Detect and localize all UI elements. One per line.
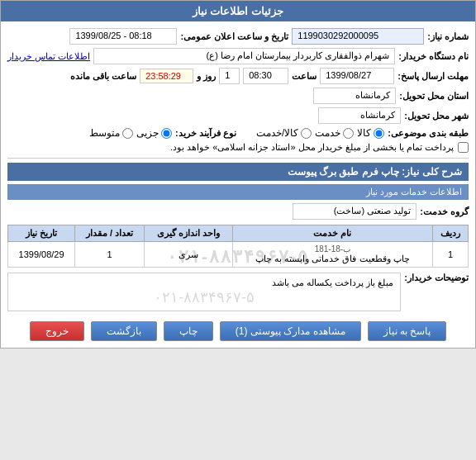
category-label: طبقه بندی موضوعی:: [388, 128, 469, 139]
deadline-date: 1399/08/27: [320, 68, 394, 84]
buyer-note-value: مبلغ باز پرداخت یکساله می باشد ۰۲۱-۸۸۳۴۹…: [7, 273, 401, 311]
cell-service-name: ب-18-181 چاپ وقطعیت فاق خدماتی وابسته به…: [232, 242, 432, 268]
need-number-value: 1199030292000095: [292, 28, 424, 45]
cell-unit: سری: [144, 242, 232, 268]
payment-row: پرداخت تمام یا بخشی از مبلغ خریدار محل «…: [7, 142, 469, 153]
note-watermark: ۰۲۱-۸۸۳۴۹۶۷-۵: [15, 288, 393, 306]
buy-type-motevaset[interactable]: متوسط: [89, 127, 133, 139]
buyer-note-label: توضیحات خریدار:: [404, 273, 469, 283]
exit-button[interactable]: خروج: [30, 321, 84, 341]
buyer-device-label: نام دستگاه خریدار:: [398, 51, 469, 62]
service-group-label: گروه خدمت:: [420, 206, 469, 217]
date-time-label: تاریخ و ساعت اعلان عمومی:: [180, 31, 288, 42]
category-kala[interactable]: کالا: [357, 127, 384, 139]
payment-label: پرداخت تمام یا بخشی از مبلغ خریدار محل «…: [170, 142, 454, 153]
deadline-remaining-suffix: ساعت باقی مانده: [70, 71, 136, 82]
buyer-device-value: شهرام ذوالفقاری کاربردار بیمارستان امام …: [93, 48, 395, 64]
col-row: ردیف: [433, 225, 469, 242]
deadline-label: مهلت ارسال پاسخ:: [397, 71, 469, 82]
col-quantity: تعداد / مقدار: [75, 225, 145, 242]
services-table: ردیف نام خدمت واحد اندازه گیری تعداد / م…: [7, 225, 469, 268]
delivery-state-label: استان محل تحویل:: [399, 91, 469, 102]
date-time-value: 1399/08/25 - 08:18: [69, 28, 177, 45]
action-buttons: پاسخ به نیاز مشاهده مدارک پیوستی (1) چاپ…: [7, 321, 469, 341]
buy-type-label: نوع فرآیند خرید:: [175, 128, 236, 139]
deadline-days: 1: [219, 68, 240, 84]
buy-type-jozi[interactable]: جزیی: [136, 127, 172, 139]
need-description-label: شرح کلی نیاز:: [402, 166, 462, 178]
need-number-label: شماره نیاز:: [427, 31, 469, 42]
need-description-value: چاپ فرم طبق برگ پیوست: [288, 166, 399, 178]
deadline-days-label: روز و: [197, 71, 216, 82]
header-title: جزئیات اطلاعات نیاز: [193, 5, 283, 17]
page-header: جزئیات اطلاعات نیاز: [1, 1, 475, 21]
contact-info-link[interactable]: اطلاعات تماس خریدار: [7, 51, 90, 62]
service-info-label: اطلاعات خدمات مورد نیاز: [366, 187, 462, 197]
service-info-section: اطلاعات خدمات مورد نیاز: [7, 184, 469, 200]
delivery-city-label: شهر محل تحویل:: [404, 111, 469, 121]
deadline-time-sep: ساعت: [292, 71, 317, 82]
category-khadamat[interactable]: خدمت: [315, 127, 354, 139]
delivery-state-value: کرمانشاه: [313, 88, 396, 104]
back-button[interactable]: بازگشت: [91, 321, 157, 341]
print-button[interactable]: چاپ: [164, 321, 213, 341]
table-area: ردیف نام خدمت واحد اندازه گیری تعداد / م…: [7, 225, 469, 268]
deadline-remaining: 23:58:29: [140, 69, 193, 83]
category-kala-khadamat[interactable]: کالا/خدمت: [256, 127, 312, 139]
cell-quantity: 1: [75, 242, 145, 268]
view-docs-button[interactable]: مشاهده مدارک پیوستی (1): [220, 321, 361, 341]
col-service-name: نام خدمت: [232, 225, 432, 242]
payment-checkbox[interactable]: [458, 142, 469, 153]
service-group-value: تولید صنعتی (ساخت): [293, 203, 416, 220]
col-unit: واحد اندازه گیری: [144, 225, 232, 242]
col-date: تاریخ نیاز: [8, 225, 75, 242]
deadline-time: 08:30: [243, 68, 288, 84]
table-row: 1 ب-18-181 چاپ وقطعیت فاق خدماتی وابسته …: [8, 242, 469, 268]
cell-row: 1: [433, 242, 469, 268]
reply-button[interactable]: پاسخ به نیاز: [368, 321, 447, 341]
need-description-section: شرح کلی نیاز: چاپ فرم طبق برگ پیوست: [7, 163, 469, 181]
delivery-city-value: کرمانشاه: [318, 107, 401, 124]
cell-date: 1399/08/29: [8, 242, 75, 268]
